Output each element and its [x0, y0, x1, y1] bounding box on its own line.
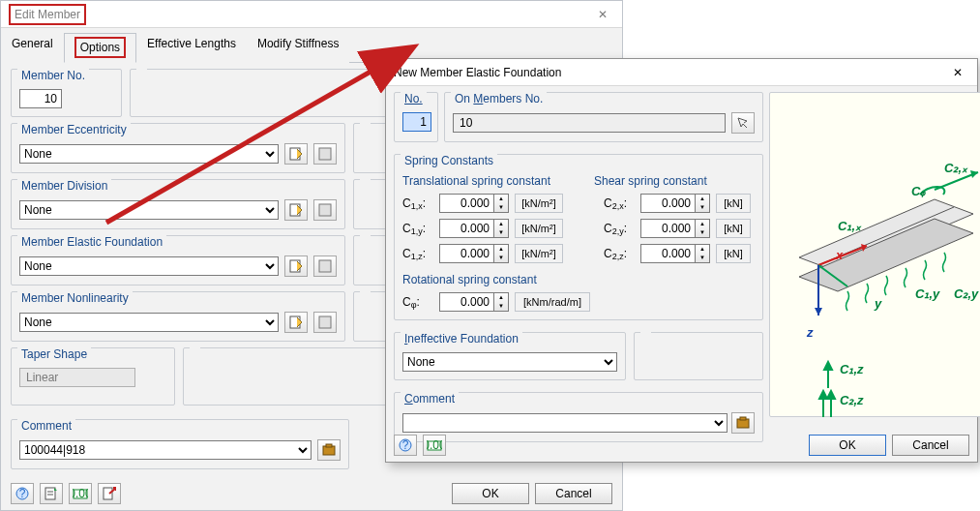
division-group: Member Division None: [11, 179, 345, 229]
child-comment-select[interactable]: [402, 413, 728, 433]
close-icon[interactable]: ✕: [946, 59, 969, 86]
ok-button[interactable]: OK: [809, 435, 886, 456]
c2z-label: C2,z:: [604, 247, 637, 260]
tab-effective-lengths[interactable]: Effective Lengths: [136, 33, 247, 63]
elastic-foundation-group: Member Elastic Foundation None: [11, 235, 345, 286]
child-title: New Member Elastic Foundation: [394, 59, 946, 86]
c2x-unit[interactable]: [kN]: [716, 194, 751, 213]
export-icon[interactable]: [98, 483, 121, 504]
svg-marker-28: [815, 308, 822, 316]
comment-select[interactable]: 100044|918: [19, 440, 312, 460]
svg-marker-30: [970, 170, 978, 178]
c2y-label: C2,y:: [604, 222, 637, 235]
units-icon[interactable]: 0.00: [423, 435, 446, 456]
rotational-header: Rotational spring constant: [402, 273, 755, 286]
nonlinearity-group: Member Nonlinearity None: [11, 291, 345, 342]
new-elastic-foundation-button[interactable]: [284, 256, 308, 277]
c1z-input[interactable]: ▲▼: [439, 244, 511, 263]
diagram-label-c2x: C₂,ₓ: [944, 161, 967, 175]
c1y-input[interactable]: ▲▼: [439, 219, 511, 238]
c1z-unit[interactable]: [kN/m²]: [515, 244, 563, 263]
beam-diagram-icon: [770, 93, 980, 461]
edit-elastic-foundation-button[interactable]: [313, 256, 337, 277]
member-no-title: Member No.: [17, 69, 89, 82]
svg-text:?: ?: [402, 438, 409, 452]
svg-rect-3: [319, 204, 331, 216]
svg-rect-9: [326, 444, 332, 447]
cphi-label: Cφ:: [402, 295, 435, 309]
comment-browse-button[interactable]: [317, 439, 341, 461]
child-comment-browse-button[interactable]: [731, 412, 755, 434]
taper-shape-value: Linear: [19, 368, 135, 387]
tab-general[interactable]: General: [1, 33, 64, 63]
diagram-label-c1z: C₁,z: [840, 362, 864, 376]
cancel-button[interactable]: Cancel: [535, 483, 612, 504]
cphi-unit[interactable]: [kNm/rad/m]: [515, 292, 590, 312]
child-titlebar: New Member Elastic Foundation ✕: [386, 59, 977, 86]
c2y-input[interactable]: ▲▼: [640, 219, 712, 238]
svg-rect-5: [319, 260, 331, 272]
division-select[interactable]: None: [19, 200, 279, 220]
units-icon[interactable]: 0.00: [69, 483, 92, 504]
ineffective-aux: [634, 332, 763, 380]
ineffective-group: Ineffective Foundation None: [394, 332, 626, 380]
diagram-label-cphi: Cᵩ: [911, 184, 925, 198]
c1y-unit[interactable]: [kN/m²]: [515, 219, 563, 238]
ok-button[interactable]: OK: [452, 483, 529, 504]
nonlinearity-select[interactable]: None: [19, 313, 279, 332]
tab-modify-stiffness[interactable]: Modify Stiffness: [247, 33, 349, 63]
member-no-input[interactable]: [19, 89, 62, 108]
new-nonlinearity-button[interactable]: [284, 312, 308, 333]
close-icon[interactable]: ✕: [591, 1, 614, 28]
parent-footer: ? 0.00 OK Cancel: [1, 483, 622, 504]
c1x-unit[interactable]: [kN/m²]: [515, 194, 563, 213]
no-input[interactable]: [402, 112, 431, 132]
c1x-label: C1,x:: [402, 196, 435, 210]
c2y-unit[interactable]: [kN]: [716, 219, 751, 238]
svg-rect-17: [104, 488, 112, 499]
c2x-input[interactable]: ▲▼: [640, 194, 712, 213]
tab-options[interactable]: Options: [64, 33, 136, 63]
edit-member-title: Edit Member: [9, 1, 591, 28]
translational-header: Translational spring constant: [402, 174, 567, 188]
edit-eccentricity-button[interactable]: [313, 143, 337, 165]
svg-rect-20: [740, 417, 746, 420]
diagram-label-c2y: C₂,y: [954, 286, 978, 301]
child-footer: ? 0.00 OK Cancel: [394, 435, 969, 456]
edit-member-titlebar: Edit Member ✕: [1, 1, 622, 28]
diagram-label-c1x: C₁,ₓ: [838, 219, 861, 233]
cphi-input[interactable]: ▲▼: [439, 292, 511, 312]
member-no-group: Member No.: [11, 69, 122, 117]
diagram-panel: C₂,ₓ Cᵩ C₁,ₓ x C₁,y C₂,y y z C₁,z C₂,z: [769, 92, 980, 417]
notes-icon[interactable]: [40, 483, 63, 504]
new-division-button[interactable]: [284, 199, 308, 221]
eccentricity-group: Member Eccentricity None: [11, 123, 345, 173]
diagram-label-c2z: C₂,z: [840, 393, 864, 407]
svg-marker-36: [827, 391, 835, 399]
new-eccentricity-button[interactable]: [284, 143, 308, 165]
cancel-button[interactable]: Cancel: [892, 435, 969, 456]
no-group: No.: [394, 92, 438, 142]
c2z-unit[interactable]: [kN]: [716, 244, 751, 263]
c1z-label: C1,z:: [402, 247, 435, 260]
on-members-input[interactable]: [453, 113, 726, 133]
help-icon[interactable]: ?: [394, 435, 417, 456]
pick-members-button[interactable]: [731, 112, 755, 134]
edit-nonlinearity-button[interactable]: [313, 312, 337, 333]
ineffective-select[interactable]: None: [402, 352, 617, 372]
diagram-label-z: z: [807, 325, 814, 340]
diagram-label-y: y: [875, 296, 881, 311]
help-icon[interactable]: ?: [11, 483, 34, 504]
c1x-input[interactable]: ▲▼: [439, 194, 511, 213]
svg-text:0.00: 0.00: [73, 487, 88, 500]
on-members-group: On Members No.: [444, 92, 763, 142]
c2z-input[interactable]: ▲▼: [640, 244, 712, 263]
edit-division-button[interactable]: [313, 199, 337, 221]
svg-marker-34: [819, 391, 827, 399]
svg-rect-12: [45, 488, 55, 499]
taper-group: Taper Shape Linear: [11, 347, 175, 406]
svg-marker-32: [824, 362, 832, 370]
eccentricity-select[interactable]: None: [19, 144, 279, 164]
elastic-foundation-select[interactable]: None: [19, 256, 279, 276]
c2x-label: C2,x:: [604, 196, 637, 210]
